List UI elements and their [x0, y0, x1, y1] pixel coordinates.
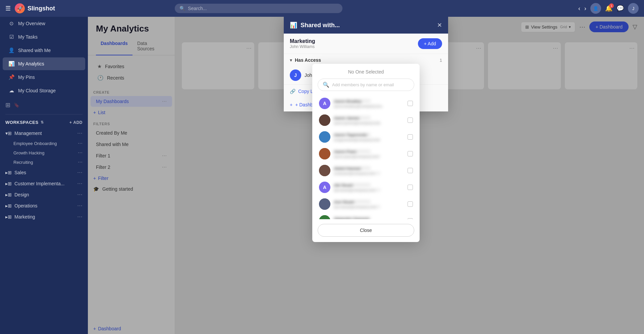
member-checkbox-7[interactable]	[408, 201, 413, 207]
workspace-sales[interactable]: ▸⊞ Sales ⋯	[0, 167, 88, 178]
member-info-5: Abdul Hassan a.hassan@company.com	[334, 166, 404, 175]
member-checkbox-6[interactable]	[408, 185, 413, 190]
member-row-7[interactable]: Ace Stuart ace.stuart@company.com	[318, 196, 414, 212]
sidebar-item-analytics[interactable]: 📊 My Analytics	[3, 57, 85, 70]
workspace-operations[interactable]: ▸⊞ Operations ⋯	[0, 200, 88, 211]
workspace-icon: ▸⊞	[5, 192, 12, 197]
sidebar-item-cloud[interactable]: ☁ My Cloud Storage	[3, 84, 85, 97]
member-checkbox-4[interactable]	[408, 151, 413, 156]
dialog-header: 📊 Shared with... ✕	[284, 17, 448, 34]
member-row-4[interactable]: Aaron Paez aaron.paez@company.com	[318, 145, 414, 162]
member-row-3[interactable]: Aaron Tagorondo a.tagorondo@company.com	[318, 129, 414, 145]
member-info-3: Aaron Tagorondo a.tagorondo@company.com	[334, 133, 404, 141]
dialog-item-info: Marketing John Williams	[290, 38, 418, 49]
logo-icon: 🚀	[15, 3, 25, 13]
member-email-4: aaron.paez@company.com	[334, 155, 381, 158]
member-name-2: Aaron James	[334, 116, 371, 120]
workspace-more-icon[interactable]: ⋯	[77, 202, 83, 209]
add-workspace-btn[interactable]: + Add	[69, 120, 83, 125]
member-row-5[interactable]: Abdul Hassan a.hassan@company.com	[318, 162, 414, 179]
sub-item-growth-hacking[interactable]: Growth Hacking ⋯	[0, 148, 88, 157]
member-avatar-8	[319, 215, 330, 219]
dialog-close-btn[interactable]: ✕	[437, 21, 442, 29]
workspace-customer[interactable]: ▸⊞ Customer Implementa... ⋯	[0, 178, 88, 189]
workspace-more-icon[interactable]: ⋯	[77, 213, 83, 220]
dialog-add-btn[interactable]: + Add	[418, 38, 442, 49]
member-avatar-4	[319, 148, 330, 159]
search-input[interactable]	[188, 6, 338, 11]
sub-item-recruiting[interactable]: Recruiting ⋯	[0, 157, 88, 167]
workspace-more-icon[interactable]: ⋯	[77, 130, 83, 136]
workspace-icon: ▾⊞	[5, 131, 12, 136]
tasks-icon: ☑	[8, 34, 15, 40]
sidebar-item-tasks[interactable]: ☑ My Tasks	[3, 31, 85, 43]
workspace-marketing[interactable]: ▸⊞ Marketing ⋯	[0, 211, 88, 222]
member-email-2: aaron.james@company.com	[334, 121, 381, 125]
member-avatar-2	[319, 114, 330, 126]
cloud-icon: ☁	[8, 88, 15, 94]
member-row-8[interactable]: Alejandro Sansom a.sansom@company.com	[318, 212, 414, 219]
dialog-title: Shared with...	[301, 22, 434, 29]
workspace-icon: ▸⊞	[5, 203, 12, 208]
workspaces-header: Workspaces ⇅ + Add	[0, 117, 88, 128]
member-email-6: abi.stuart@company.com	[334, 188, 381, 192]
member-checkbox-3[interactable]	[408, 134, 413, 140]
workspace-management[interactable]: ▾⊞ Management ⋯	[0, 128, 88, 139]
pins-icon: 📌	[8, 74, 15, 80]
app-logo: 🚀 Slingshot	[15, 3, 55, 13]
sidebar-item-pins[interactable]: 📌 My Pins	[3, 71, 85, 84]
member-avatar-6: A	[319, 182, 330, 193]
member-info-8: Alejandro Sansom a.sansom@company.com	[334, 217, 404, 219]
member-info-1: Aaron Bradley aaron.bradley@company.com	[334, 99, 404, 108]
member-name-1: Aaron Bradley	[334, 99, 371, 103]
chat-icon[interactable]: 💬	[616, 5, 624, 12]
search-bar: 🔍	[175, 4, 342, 13]
dialog-item-row: Marketing John Williams + Add	[284, 34, 448, 54]
topbar: ☰ 🚀 Slingshot 🔍 ‹ › 👤 🔔 1 💬 J	[0, 0, 644, 17]
picker-close-btn[interactable]: Close	[318, 224, 414, 237]
workspace-icon: ▸⊞	[5, 181, 12, 186]
back-icon[interactable]: ‹	[578, 5, 580, 12]
member-name-8: Alejandro Sansom	[334, 217, 371, 219]
notification-badge: 1	[609, 3, 614, 8]
member-checkbox-8[interactable]	[408, 218, 413, 219]
sort-icon[interactable]: ⇅	[41, 120, 44, 125]
member-checkbox-5[interactable]	[408, 168, 413, 173]
member-info-6: Abi Stuart abi.stuart@company.com	[334, 183, 404, 192]
user-avatar-2[interactable]: J	[628, 3, 639, 14]
member-email-5: a.hassan@company.com	[334, 172, 381, 175]
forward-icon[interactable]: ›	[584, 5, 586, 12]
sidebar-item-overview[interactable]: ⊙ My Overview	[3, 17, 85, 30]
member-search-input[interactable]	[332, 82, 409, 87]
member-email-3: a.tagorondo@company.com	[334, 138, 381, 141]
has-access-label: Has Access	[295, 57, 437, 63]
user-avatar-1[interactable]: 👤	[590, 3, 601, 14]
notification-icon[interactable]: 🔔 1	[605, 5, 612, 12]
member-checkbox-2[interactable]	[408, 117, 413, 123]
sub-item-employee-onboarding[interactable]: Employee Onboarding ⋯	[0, 139, 88, 148]
shared-icon: 👤	[8, 47, 15, 53]
member-checkbox-1[interactable]	[408, 101, 413, 106]
workspace-design[interactable]: ▸⊞ Design ⋯	[0, 189, 88, 200]
sidebar-divider	[5, 114, 83, 114]
member-name-5: Abdul Hassan	[334, 166, 371, 170]
member-info-2: Aaron James aaron.james@company.com	[334, 116, 404, 125]
workspace-more-icon[interactable]: ⋯	[77, 180, 83, 187]
workspace-more-icon[interactable]: ⋯	[77, 191, 83, 198]
sidebar-item-shared[interactable]: 👤 Shared with Me	[3, 44, 85, 57]
member-name-3: Aaron Tagorondo	[334, 133, 371, 137]
bookmark-icon: 🔖	[14, 102, 19, 108]
member-row-6[interactable]: A Abi Stuart abi.stuart@company.com	[318, 179, 414, 196]
member-avatar-1: A	[319, 98, 330, 109]
sub-more-icon[interactable]: ⋯	[78, 141, 83, 146]
menu-icon[interactable]: ☰	[5, 5, 11, 12]
sub-more-icon[interactable]: ⋯	[78, 159, 83, 165]
member-info-4: Aaron Paez aaron.paez@company.com	[334, 149, 404, 158]
workspace-more-icon[interactable]: ⋯	[77, 169, 83, 176]
sub-more-icon[interactable]: ⋯	[78, 150, 83, 155]
member-row-2[interactable]: Aaron James aaron.james@company.com	[318, 112, 414, 129]
content-panel: My Analytics Dashboards Data Sources ★ F…	[88, 17, 644, 334]
member-search-bar: 🔍	[318, 79, 414, 91]
topbar-right: ‹ › 👤 🔔 1 💬 J	[578, 3, 639, 14]
member-row-1[interactable]: A Aaron Bradley aaron.bradley@company.co…	[318, 95, 414, 112]
